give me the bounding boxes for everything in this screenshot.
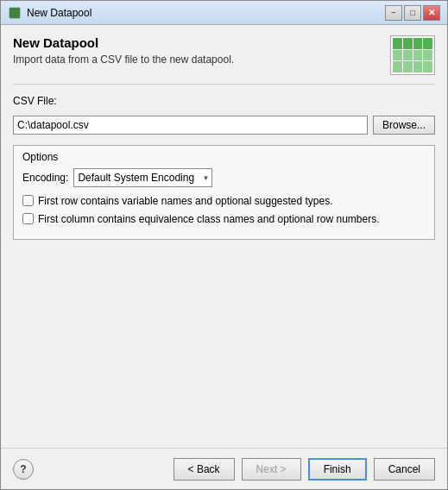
window-icon — [8, 6, 22, 20]
spacer — [13, 247, 435, 448]
checkbox1-row: First row contains variable names and op… — [22, 194, 426, 209]
cancel-button[interactable]: Cancel — [374, 458, 435, 481]
icon-cell — [393, 61, 402, 72]
dialog-subtitle: Import data from a CSV file to the new d… — [13, 53, 234, 66]
minimize-button[interactable]: − — [385, 5, 402, 21]
checkbox1-label[interactable]: First row contains variable names and op… — [38, 194, 333, 209]
icon-cell — [393, 50, 402, 61]
bottom-bar: ? < Back Next > Finish Cancel — [1, 448, 447, 489]
title-bar: New Datapool − □ ✕ — [1, 1, 447, 25]
back-button[interactable]: < Back — [174, 458, 235, 481]
options-label: Options — [22, 151, 426, 163]
finish-button[interactable]: Finish — [308, 458, 367, 481]
title-bar-buttons: − □ ✕ — [385, 5, 440, 21]
icon-cell — [423, 61, 432, 72]
next-button[interactable]: Next > — [242, 458, 301, 481]
csv-file-input[interactable] — [13, 116, 368, 135]
form-section: CSV File: Browse... Options Encoding: De… — [13, 95, 435, 448]
icon-cell — [423, 38, 432, 49]
encoding-row: Encoding: Default System Encoding UTF-8 … — [22, 168, 426, 187]
csv-label: CSV File: — [13, 95, 435, 107]
title-bar-text: New Datapool — [27, 7, 385, 19]
header-section: New Datapool Import data from a CSV file… — [13, 35, 435, 85]
icon-cell — [423, 50, 432, 61]
icon-cell — [403, 61, 413, 72]
icon-cell — [413, 50, 423, 61]
help-button[interactable]: ? — [13, 459, 34, 480]
header-text: New Datapool Import data from a CSV file… — [13, 35, 234, 66]
csv-file-row: Browse... — [13, 116, 435, 135]
content-area: New Datapool Import data from a CSV file… — [1, 25, 447, 448]
encoding-select-wrapper: Default System Encoding UTF-8 ISO-8859-1… — [73, 168, 212, 187]
options-group: Options Encoding: Default System Encodin… — [13, 145, 435, 240]
checkbox2-label[interactable]: First column contains equivalence class … — [38, 212, 380, 227]
dialog-title: New Datapool — [13, 35, 234, 50]
encoding-select[interactable]: Default System Encoding UTF-8 ISO-8859-1… — [73, 168, 212, 187]
checkbox2[interactable] — [22, 213, 34, 224]
icon-cell — [403, 38, 413, 49]
icon-cell — [413, 38, 423, 49]
checkbox1[interactable] — [22, 195, 34, 206]
icon-cell — [393, 38, 402, 49]
icon-cell — [403, 50, 413, 61]
close-button[interactable]: ✕ — [423, 5, 440, 21]
window: New Datapool − □ ✕ New Datapool Import d… — [0, 0, 448, 490]
icon-cell — [413, 61, 423, 72]
encoding-label: Encoding: — [22, 172, 68, 184]
browse-button[interactable]: Browse... — [373, 116, 435, 135]
restore-button[interactable]: □ — [404, 5, 421, 21]
datapool-icon — [390, 35, 435, 75]
checkbox2-row: First column contains equivalence class … — [22, 212, 426, 227]
